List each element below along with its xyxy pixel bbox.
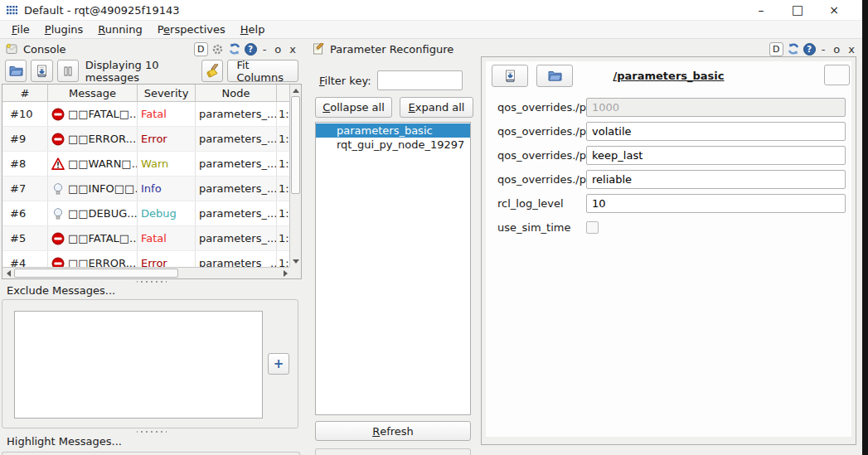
dock-close-button[interactable]: x: [287, 43, 298, 56]
close-button[interactable]: ×: [816, 3, 852, 17]
window-title: Default - rqt@490925f19143: [24, 4, 179, 17]
vertical-scroll-thumb[interactable]: [291, 96, 300, 194]
pause-button[interactable]: [57, 60, 79, 82]
node-item-parameters_basic[interactable]: parameters_basic: [316, 123, 470, 138]
log-row[interactable]: #5□□FATAL□...Fatalparameters_...1:: [2, 226, 291, 251]
bulb-icon: [51, 182, 65, 196]
exclude-messages-group: +: [2, 299, 298, 428]
use_sim_time-checkbox[interactable]: [586, 221, 599, 234]
splitter-handle[interactable]: [0, 430, 303, 434]
dock-minimize-button[interactable]: -: [819, 43, 828, 56]
log-row[interactable]: #8□□WARN□...Warnparameters_...1:: [2, 152, 291, 177]
menu-perspectives[interactable]: Perspectives: [150, 22, 233, 37]
scroll-up-button[interactable]: [290, 85, 302, 96]
help-icon[interactable]: ?: [245, 43, 257, 56]
log-message: □□FATAL□...: [48, 102, 138, 126]
broom-icon: [206, 64, 220, 78]
console-panel-buttons: D: [194, 42, 298, 56]
param-input-qos_overrides./p[interactable]: [586, 98, 846, 117]
parameter-detail-panel: /parameters_basic qos_overrides./pqos_ov…: [481, 56, 856, 445]
log-node: parameters_...: [196, 226, 277, 250]
horizontal-scroll-thumb[interactable]: [14, 269, 178, 278]
log-severity: Fatal: [138, 102, 196, 126]
open-log-button[interactable]: [5, 60, 27, 82]
log-node: parameters_...: [196, 102, 277, 126]
log-message-text: □□DEBUG...: [68, 207, 138, 220]
menu-running[interactable]: Running: [90, 22, 149, 37]
help-icon[interactable]: ?: [803, 43, 816, 56]
log-message-text: □□ERROR...: [68, 133, 136, 145]
log-message-text: □□WARN□...: [68, 157, 138, 170]
close-node-button[interactable]: [824, 65, 850, 85]
scroll-left-button[interactable]: [2, 268, 14, 279]
param-label: qos_overrides./p: [497, 101, 586, 114]
app-grid-icon: [7, 5, 17, 16]
menu-file[interactable]: File: [4, 22, 37, 37]
screen: Default - rqt@490925f19143 – □ × FilePlu…: [0, 0, 868, 455]
log-number: #5: [2, 226, 48, 250]
fit-columns-button[interactable]: Fit Columns: [227, 60, 298, 82]
node-item-rqt_gui_py_node_19297[interactable]: rqt_gui_py_node_19297: [316, 138, 470, 152]
highlight-messages-group: [2, 452, 300, 455]
dock-close-button[interactable]: x: [846, 43, 857, 56]
log-message: □□FATAL□...: [48, 226, 138, 250]
node-name-title: /parameters_basic: [585, 70, 752, 82]
log-row[interactable]: #9□□ERROR...Errorparameters_...1:: [2, 127, 291, 152]
maximize-button[interactable]: □: [779, 2, 816, 17]
menu-help[interactable]: Help: [233, 22, 273, 37]
app-window: Default - rqt@490925f19143 – □ × FilePlu…: [0, 0, 862, 455]
log-severity: Warn: [138, 152, 196, 176]
log-message: □□ERROR...: [48, 127, 138, 151]
clear-button[interactable]: [201, 60, 223, 82]
log-severity: Debug: [138, 201, 196, 225]
log-node: parameters_ ...: [196, 251, 277, 269]
reload-icon[interactable]: [787, 42, 800, 56]
scroll-down-button[interactable]: [290, 255, 302, 267]
param-label: rcl_log_level: [497, 197, 586, 210]
log-row[interactable]: #10□□FATAL□...Fatalparameters_...1:: [2, 102, 291, 127]
refresh-button[interactable]: Refresh: [315, 421, 471, 441]
param-input-qos_overrides./p[interactable]: [586, 122, 846, 141]
column-header-message[interactable]: Message: [48, 85, 138, 101]
window-controls: – □ ×: [743, 2, 852, 17]
title-bar: Default - rqt@490925f19143 – □ ×: [0, 0, 862, 21]
save-icon: [36, 65, 48, 78]
menu-bar: FilePluginsRunningPerspectivesHelp: [0, 21, 862, 39]
collapse-all-button[interactable]: Collapse all: [315, 97, 392, 118]
add-filter-button[interactable]: +: [268, 353, 289, 375]
log-node: parameters_...: [196, 201, 277, 225]
menu-plugins[interactable]: Plugins: [37, 22, 91, 37]
log-row[interactable]: #7□□INFO□□...Infoparameters_...1:: [2, 177, 291, 201]
parameter-reconfigure-panel: Parameter Reconfigure D ? -: [307, 39, 862, 455]
dock-minimize-button[interactable]: -: [260, 43, 269, 56]
param-input-qos_overrides./p[interactable]: [586, 170, 846, 189]
dock-float-button[interactable]: o: [272, 43, 284, 56]
settings-gear-icon[interactable]: [211, 42, 225, 56]
vertical-scrollbar[interactable]: [289, 85, 301, 267]
filter-key-input[interactable]: [377, 70, 463, 90]
log-row[interactable]: #6□□DEBUG...Debugparameters_...1:: [2, 201, 291, 226]
minimize-button[interactable]: –: [743, 3, 779, 17]
save-log-button[interactable]: [31, 60, 52, 82]
save-icon: [504, 70, 516, 83]
dock-float-button[interactable]: o: [831, 43, 842, 56]
save-params-button[interactable]: [492, 65, 528, 87]
console-panel-title: Console: [23, 43, 66, 56]
expand-all-button[interactable]: Expand all: [400, 97, 473, 118]
detach-button[interactable]: D: [769, 42, 783, 56]
column-header-severity[interactable]: Severity: [138, 85, 196, 101]
horizontal-scrollbar[interactable]: [2, 267, 291, 278]
column-header-num[interactable]: #: [2, 85, 48, 101]
detach-button[interactable]: D: [194, 42, 208, 56]
stop-icon: [51, 133, 65, 146]
log-node: parameters_...: [196, 177, 277, 201]
load-params-button[interactable]: [536, 65, 573, 87]
log-row[interactable]: #4□□ERROR...Errorparameters_ ...1:: [2, 251, 291, 269]
log-message-text: □□FATAL□...: [68, 108, 138, 120]
exclude-filter-list[interactable]: [14, 311, 263, 419]
column-header-node[interactable]: Node: [196, 85, 277, 101]
reload-icon[interactable]: [228, 42, 241, 56]
param-input-rcl_log_level[interactable]: [586, 194, 846, 213]
console-panel-header: Console D: [0, 39, 303, 59]
param-input-qos_overrides./p[interactable]: [586, 146, 846, 165]
